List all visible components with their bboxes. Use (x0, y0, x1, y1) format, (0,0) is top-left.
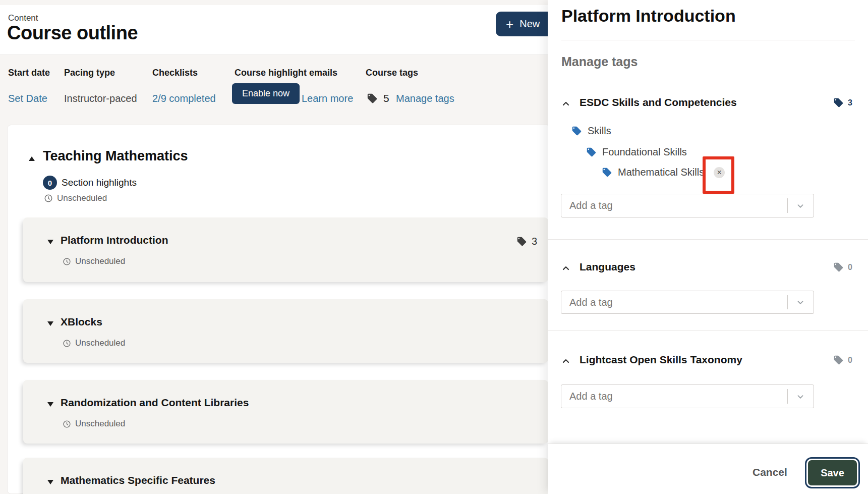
dropdown-toggle[interactable] (787, 291, 814, 313)
schedule-status: Unscheduled (75, 256, 125, 266)
page-header: Content Course outline (0, 5, 548, 55)
breadcrumb: Content (8, 13, 38, 23)
course-meta-bar: Start date Pacing type Checklists Course… (0, 61, 548, 116)
manage-tags-link[interactable]: Manage tags (396, 93, 454, 104)
set-date-link[interactable]: Set Date (8, 93, 47, 104)
course-outline-page: Content Course outline + New Start date … (0, 0, 548, 494)
page-title: Course outline (7, 22, 138, 44)
checklists-link[interactable]: 2/9 completed (152, 93, 216, 104)
taxonomy-name: ESDC Skills and Competencies (580, 96, 737, 108)
applied-tag-label: Foundational Skills (602, 146, 687, 158)
taxonomy-tag-count: 0 (833, 355, 852, 365)
course-tags-label: Course tags (366, 68, 418, 78)
clock-icon (63, 339, 71, 348)
subsection-card-platform-introduction: Platform Introduction 3 Unscheduled (23, 217, 548, 282)
dropdown-toggle[interactable] (787, 385, 814, 408)
close-icon: × (717, 169, 722, 177)
applied-tag: Foundational Skills (586, 146, 687, 158)
learn-more-link[interactable]: Learn more (302, 93, 353, 104)
chevron-up-icon (561, 356, 571, 366)
taxonomy-tag-count: 3 (833, 97, 852, 108)
divider (548, 330, 868, 331)
tag-icon (586, 147, 597, 157)
tag-icon (833, 97, 844, 108)
tag-icon (833, 355, 844, 365)
taxonomy-name: Languages (580, 261, 635, 273)
save-button[interactable]: Save (808, 460, 857, 485)
subsection-card-randomization: Randomization and Content Libraries Unsc… (23, 380, 548, 444)
expand-subsection-caret-icon[interactable] (47, 321, 53, 326)
tag-icon (833, 262, 844, 272)
chevron-down-icon (795, 391, 806, 402)
section-highlights-badge: 0 (43, 176, 57, 190)
subsection-title: Platform Introduction (61, 234, 168, 246)
expand-subsection-caret-icon[interactable] (47, 402, 53, 407)
schedule-status: Unscheduled (75, 338, 125, 348)
subsection-schedule: Unscheduled (63, 338, 125, 348)
add-tag-input[interactable] (561, 385, 787, 408)
divider (548, 239, 868, 240)
subsection-title: XBlocks (61, 316, 102, 328)
enable-now-button[interactable]: Enable now (232, 83, 300, 104)
expand-subsection-caret-icon[interactable] (47, 480, 53, 484)
chevron-down-icon (795, 297, 806, 308)
section-title: Teaching Mathematics (43, 148, 188, 164)
add-tag-input[interactable] (561, 194, 787, 217)
clock-icon (63, 257, 71, 266)
subsection-card-math-features: Mathematics Specific Features (23, 458, 548, 494)
tag-icon (516, 236, 527, 247)
pacing-type-label: Pacing type (64, 68, 115, 78)
applied-tag-label: Skills (588, 125, 611, 137)
clock-icon (44, 194, 53, 203)
start-date-label: Start date (8, 68, 50, 78)
expand-subsection-caret-icon[interactable] (47, 240, 53, 244)
checklists-label: Checklists (152, 68, 198, 78)
section-schedule: Unscheduled (44, 193, 107, 203)
add-tag-field (561, 385, 814, 408)
manage-tags-heading: Manage tags (561, 54, 638, 69)
chevron-up-icon (561, 263, 571, 273)
section-highlights-button[interactable]: Section highlights (62, 177, 137, 188)
course-outline-card: Teaching Mathematics 0 Section highlight… (7, 125, 548, 494)
taxonomy-name: Lightcast Open Skills Taxonomy (580, 354, 742, 366)
plus-icon: + (506, 18, 513, 31)
taxonomy-tag-count: 0 (833, 262, 852, 272)
divider (561, 40, 855, 40)
subsection-tag-count: 3 (532, 236, 537, 247)
chevron-down-icon (795, 200, 806, 211)
taxonomy-collapse-button[interactable] (560, 355, 572, 367)
add-tag-field (561, 194, 814, 217)
applied-tag: Mathematical Skills × (602, 167, 725, 178)
manage-tags-drawer: Platform Introduction Manage tags ESDC S… (548, 0, 868, 494)
chevron-up-icon (561, 99, 571, 109)
new-button-label: New (519, 18, 540, 30)
schedule-status: Unscheduled (75, 419, 125, 429)
remove-tag-button[interactable]: × (714, 167, 725, 178)
taxonomy-collapse-button[interactable] (560, 98, 572, 110)
tag-icon (571, 126, 582, 136)
applied-tag-label: Mathematical Skills (618, 167, 704, 178)
subsection-tag-count-button[interactable]: 3 (516, 236, 537, 247)
dropdown-toggle[interactable] (787, 194, 814, 217)
subsection-schedule: Unscheduled (63, 256, 125, 266)
applied-tag: Skills (571, 125, 611, 137)
clock-icon (63, 420, 71, 428)
taxonomy-collapse-button[interactable] (560, 262, 572, 275)
course-tag-count: 5 (383, 92, 389, 104)
subsection-schedule: Unscheduled (63, 419, 125, 429)
new-section-button[interactable]: + New (496, 12, 548, 36)
pacing-type-value: Instructor-paced (64, 93, 137, 104)
subsection-title: Randomization and Content Libraries (61, 397, 249, 409)
drawer-title: Platform Introduction (561, 6, 736, 26)
add-tag-input[interactable] (561, 291, 787, 313)
subsection-card-xblocks: XBlocks Unscheduled (23, 299, 548, 363)
drawer-footer: Cancel Save (548, 444, 868, 494)
tag-icon (367, 92, 378, 104)
tag-icon (602, 167, 612, 178)
cancel-button[interactable]: Cancel (749, 466, 790, 479)
add-tag-field (561, 291, 814, 314)
schedule-status: Unscheduled (57, 193, 107, 203)
collapse-section-caret-icon[interactable] (29, 156, 35, 161)
highlight-emails-label: Course highlight emails (235, 68, 337, 78)
subsection-title: Mathematics Specific Features (61, 474, 215, 486)
